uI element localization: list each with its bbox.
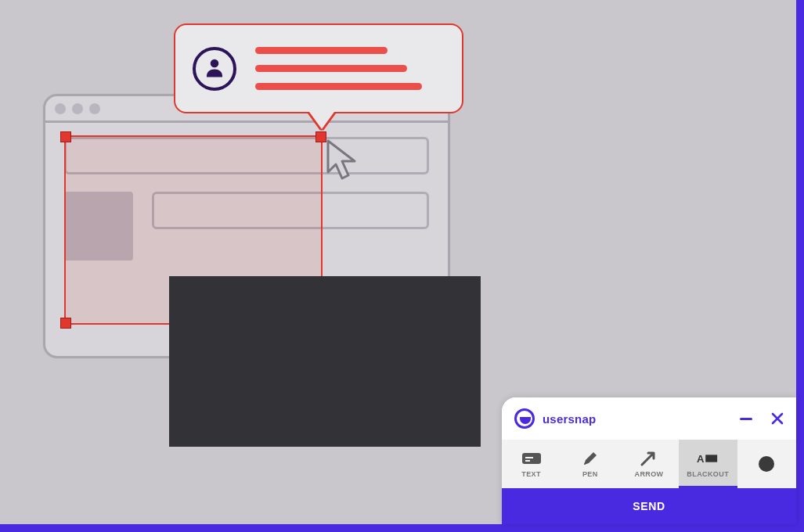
widget-toolbar: TEXT PEN ARROW A BLACKOUT bbox=[502, 440, 796, 488]
tool-arrow[interactable]: ARROW bbox=[619, 440, 678, 488]
arrow-tool-icon bbox=[638, 450, 660, 467]
tool-label: BLACKOUT bbox=[687, 470, 729, 478]
close-button[interactable] bbox=[771, 412, 784, 425]
usersnap-widget: usersnap TEXT PEN ARROW A bbox=[502, 397, 796, 524]
tool-text[interactable]: TEXT bbox=[502, 440, 561, 488]
cursor-icon bbox=[325, 139, 362, 183]
color-picker-icon bbox=[759, 456, 774, 472]
minimize-button[interactable] bbox=[740, 418, 752, 420]
comment-bubble-tail bbox=[309, 112, 334, 129]
comment-line bbox=[255, 47, 388, 54]
text-tool-icon bbox=[521, 450, 543, 467]
frame-right-strip bbox=[796, 0, 804, 532]
pen-tool-icon bbox=[579, 450, 601, 467]
brand-name: usersnap bbox=[543, 412, 596, 426]
traffic-light-dot bbox=[72, 103, 83, 114]
traffic-light-dot bbox=[55, 103, 66, 114]
svg-rect-3 bbox=[525, 457, 533, 458]
tool-label: TEXT bbox=[521, 470, 541, 478]
svg-rect-6 bbox=[705, 455, 717, 462]
tool-label: PEN bbox=[582, 470, 598, 478]
blackout-rectangle[interactable] bbox=[169, 276, 481, 447]
user-icon bbox=[203, 56, 226, 82]
comment-line bbox=[255, 65, 407, 72]
comment-line bbox=[255, 83, 422, 90]
svg-marker-1 bbox=[328, 141, 355, 178]
comment-text-lines bbox=[255, 47, 445, 90]
tool-blackout[interactable]: A BLACKOUT bbox=[679, 440, 737, 488]
usersnap-logo-icon bbox=[514, 408, 535, 429]
user-avatar bbox=[193, 47, 236, 91]
tool-label: ARROW bbox=[635, 470, 664, 478]
comment-bubble[interactable] bbox=[174, 23, 463, 113]
mock-image-block bbox=[64, 192, 133, 261]
tool-color-picker[interactable] bbox=[737, 440, 796, 488]
svg-rect-4 bbox=[525, 460, 530, 462]
send-button-label: SEND bbox=[633, 500, 665, 512]
send-button[interactable]: SEND bbox=[502, 488, 796, 524]
svg-point-0 bbox=[211, 59, 219, 67]
mock-window-body bbox=[45, 123, 448, 275]
blackout-tool-icon: A bbox=[697, 450, 719, 467]
frame-bottom-strip bbox=[0, 524, 804, 532]
tool-pen[interactable]: PEN bbox=[561, 440, 619, 488]
mock-input-field bbox=[64, 137, 429, 174]
mock-input-field bbox=[152, 192, 429, 229]
widget-header: usersnap bbox=[502, 397, 796, 440]
svg-text:A: A bbox=[697, 453, 705, 465]
traffic-light-dot bbox=[89, 103, 100, 114]
